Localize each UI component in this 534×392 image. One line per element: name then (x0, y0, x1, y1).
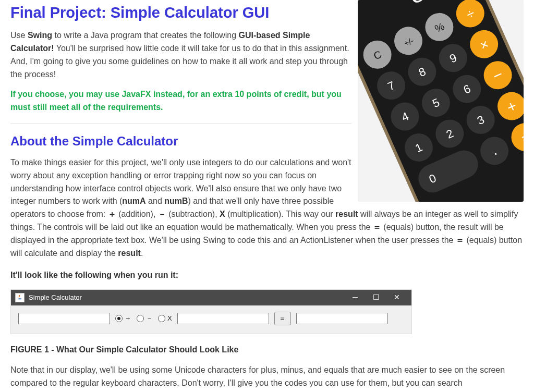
radio-plus-label: ＋ (125, 313, 131, 324)
unicode-note: Note that in our display, we'll be using… (10, 364, 524, 390)
swing-text: Swing (28, 31, 52, 40)
close-icon[interactable]: ✕ (386, 290, 407, 305)
calculator-app-screenshot: Simple Calculator ─ ☐ ✕ ＋ － X ＝ (10, 289, 412, 334)
equals-glyph: ＝ (373, 223, 381, 231)
equals-button[interactable]: ＝ (274, 312, 291, 325)
minimize-icon[interactable]: ─ (345, 290, 366, 305)
radio-dot-icon (115, 315, 123, 322)
radio-plus[interactable]: ＋ (115, 313, 131, 324)
java-icon (15, 293, 25, 302)
result-output[interactable] (296, 313, 388, 324)
radio-minus-label: － (146, 313, 153, 324)
section-divider (10, 124, 351, 124)
radio-minus[interactable]: － (137, 313, 153, 324)
plus-glyph: ＋ (108, 210, 116, 218)
radio-dot-icon (158, 315, 165, 322)
x-glyph: X (220, 210, 225, 218)
numA-input[interactable] (18, 313, 110, 324)
app-titlebar: Simple Calculator ─ ☐ ✕ (11, 290, 411, 305)
app-title: Simple Calculator (29, 292, 82, 303)
equals-glyph-2: ＝ (456, 236, 464, 244)
radio-x-label: X (167, 313, 172, 324)
maximize-icon[interactable]: ☐ (366, 290, 386, 305)
radio-dot-icon (137, 315, 144, 322)
minus-glyph: － (158, 210, 166, 218)
numB-input[interactable] (177, 313, 269, 324)
radio-multiply[interactable]: X (158, 313, 172, 324)
run-preview-label: It'll look like the following when you r… (10, 269, 524, 282)
figure1-caption: FIGURE 1 - What Our Simple Calculator Sh… (10, 344, 524, 357)
hero-calculator-photo: 8334 C +/- % ÷ 7 8 9 × 4 5 6 − 1 2 3 (358, 0, 524, 202)
